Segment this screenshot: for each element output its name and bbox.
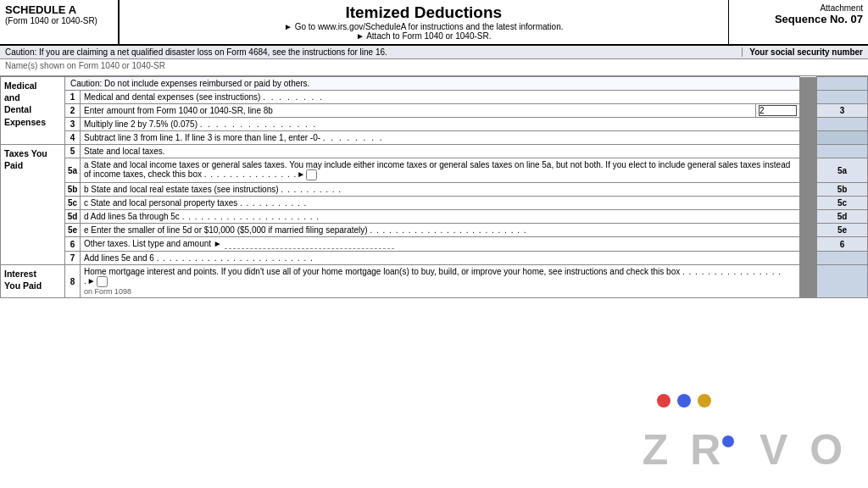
taxes-line5d: 5d d Add lines 5a through 5c . . . . . .…: [1, 210, 868, 224]
linenum-5d-box: 5d: [817, 210, 868, 224]
caution-text: Caution: If you are claiming a net quali…: [5, 47, 387, 57]
gray-col-8: [800, 183, 817, 197]
interest-label: Interest You Paid: [1, 265, 65, 298]
line-num-1: 1: [65, 91, 81, 104]
dot-blue-overlay: [722, 435, 734, 447]
dot-blue: [677, 394, 691, 408]
header-line1: ► Go to www.irs.gov/ScheduleA for instru…: [128, 22, 720, 31]
attachment-label: Attachment: [734, 3, 864, 13]
schedule-label: SCHEDULE A: [5, 3, 113, 16]
gray-col-1: [800, 77, 817, 91]
ssn-label: Your social security number: [742, 47, 863, 57]
medical-line2: 2 Enter amount from Form 1040 or 1040-SR…: [1, 104, 868, 118]
amount-col-1: [817, 77, 868, 91]
line-num-3: 3: [65, 118, 81, 131]
header-line2: ► Attach to Form 1040 or 1040-SR.: [128, 31, 720, 41]
line3-text: Multiply line 2 by 7.5% (0.075) . . . . …: [81, 118, 800, 131]
line-num-4: 4: [65, 131, 81, 145]
line-num-6: 6: [65, 237, 81, 252]
linenum-6-box: 6: [817, 237, 868, 252]
amount-5: [817, 145, 868, 158]
linenum-3-box: 3: [817, 104, 868, 118]
page: SCHEDULE A (Form 1040 or 1040-SR) Itemiz…: [0, 0, 868, 488]
medical-label: Medical and Dental Expenses: [1, 77, 65, 145]
gray-col-7: [800, 158, 817, 183]
amount-7: [817, 252, 868, 265]
amount-1: [817, 91, 868, 104]
taxes-section-header: Taxes You Paid 5 State and local taxes.: [1, 145, 868, 158]
linenum-5a-box: 5a: [817, 158, 868, 183]
line5c-text: c State and local personal property taxe…: [81, 197, 800, 210]
dot-gold: [698, 394, 711, 408]
line-num-5a: 5a: [65, 158, 81, 183]
dots-container: [657, 394, 711, 408]
line7-text: Add lines 5e and 6 . . . . . . . . . . .…: [81, 252, 800, 265]
taxes-line6: 6 Other taxes. List type and amount ► 6: [1, 237, 868, 252]
amount-8: [817, 265, 868, 298]
gray-col-3: [800, 104, 817, 118]
interest-section: Interest You Paid 8 Home mortgage intere…: [1, 265, 868, 298]
linenum-5e-box: 5e: [817, 224, 868, 237]
line5b-text: b State and local real estate taxes (see…: [81, 183, 800, 197]
linenum-5c-box: 5c: [817, 197, 868, 210]
gray-col-2: [800, 91, 817, 104]
dot-red: [657, 394, 670, 408]
line5d-text: d Add lines 5a through 5c . . . . . . . …: [81, 210, 800, 224]
sequence-number: Sequence No. 07: [734, 13, 864, 25]
amount-3: [817, 118, 868, 131]
gray-col-10: [800, 210, 817, 224]
linenum-5b-box: 5b: [817, 183, 868, 197]
gray-col-12: [800, 237, 817, 252]
line-num-5e: 5e: [65, 224, 81, 237]
medical-line4: 4 Subtract line 3 from line 1. If line 3…: [1, 131, 868, 145]
medical-line1: 1 Medical and dental expenses (see instr…: [1, 91, 868, 104]
amount-4: [817, 131, 868, 145]
gray-col-6: [800, 145, 817, 158]
name-row-label: Name(s) shown on Form 1040 or 1040-SR: [5, 61, 165, 70]
taxes-label: Taxes You Paid: [1, 145, 65, 265]
line-num-5b: 5b: [65, 183, 81, 197]
medical-section-row: Medical and Dental Expenses Caution: Do …: [1, 77, 868, 91]
line-num-8: 8: [65, 265, 81, 298]
watermark: Z R V O: [622, 412, 868, 488]
gray-col-13: [800, 252, 817, 265]
line-num-5: 5: [65, 145, 81, 158]
line-num-5d: 5d: [65, 210, 81, 224]
line2-text: Enter amount from Form 1040 or 1040-SR, …: [81, 104, 756, 118]
taxes-line5e: 5e e Enter the smaller of line 5d or $10…: [1, 224, 868, 237]
medical-line3: 3 Multiply line 2 by 7.5% (0.075) . . . …: [1, 118, 868, 131]
gray-col-4: [800, 118, 817, 131]
watermark-text: Z R V O: [643, 425, 848, 474]
gray-col-5: [800, 131, 817, 145]
taxes-line5a: 5a a State and local income taxes or gen…: [1, 158, 868, 183]
line5a-text: a State and local income taxes or genera…: [81, 158, 800, 183]
gray-col-9: [800, 197, 817, 210]
line1-text: Medical and dental expenses (see instruc…: [81, 91, 800, 104]
gray-col-11: [800, 224, 817, 237]
taxes-line7: 7 Add lines 5e and 6 . . . . . . . . . .…: [1, 252, 868, 265]
header-center: Itemized Deductions ► Go to www.irs.gov/…: [119, 0, 728, 45]
taxes-line5b: 5b b State and local real estate taxes (…: [1, 183, 868, 197]
line8-checkbox[interactable]: [97, 276, 108, 287]
line5a-checkbox[interactable]: [306, 169, 317, 180]
line6-text: Other taxes. List type and amount ►: [81, 237, 800, 252]
name-row: Name(s) shown on Form 1040 or 1040-SR: [0, 59, 868, 76]
line4-text: Subtract line 3 from line 1. If line 3 i…: [81, 131, 800, 145]
schedule-box: SCHEDULE A (Form 1040 or 1040-SR): [0, 0, 119, 45]
header-table: SCHEDULE A (Form 1040 or 1040-SR) Itemiz…: [0, 0, 868, 46]
main-title: Itemized Deductions: [128, 3, 720, 22]
line2-field-cell[interactable]: [756, 104, 800, 118]
line5-text: State and local taxes.: [81, 145, 800, 158]
taxes-line5c: 5c c State and local personal property t…: [1, 197, 868, 210]
line-num-2: 2: [65, 104, 81, 118]
line5e-text: e Enter the smaller of line 5d or $10,00…: [81, 224, 800, 237]
form-body: Medical and Dental Expenses Caution: Do …: [0, 76, 868, 298]
caution-row: Caution: If you are claiming a net quali…: [0, 46, 868, 59]
medical-caution: Caution: Do not include expenses reimbur…: [65, 77, 800, 91]
line-num-7: 7: [65, 252, 81, 265]
line2-input[interactable]: [759, 105, 797, 116]
header-right: Attachment Sequence No. 07: [728, 0, 868, 45]
gray-col-14: [800, 265, 817, 298]
form-sub: (Form 1040 or 1040-SR): [5, 16, 113, 25]
line8-text: Home mortgage interest and points. If yo…: [81, 265, 800, 298]
